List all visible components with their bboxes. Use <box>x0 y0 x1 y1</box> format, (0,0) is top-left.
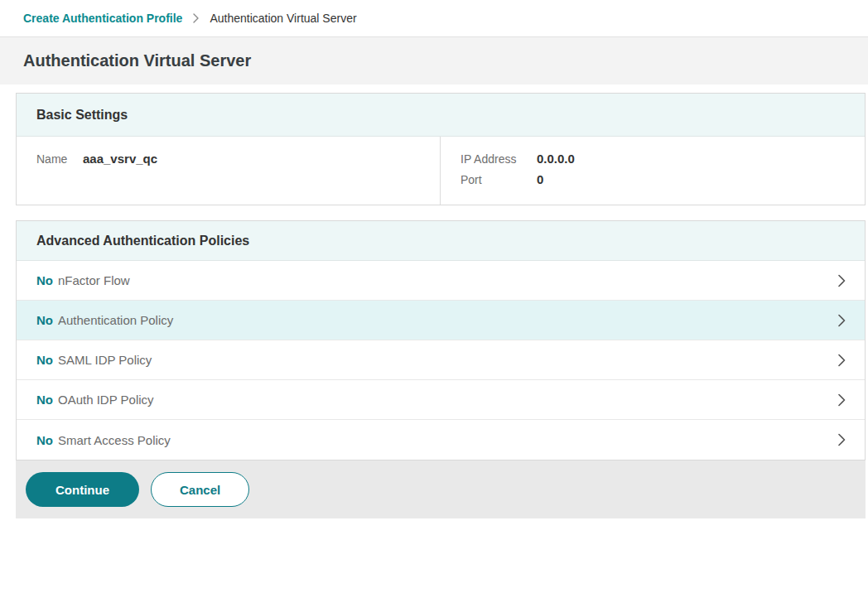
chevron-right-icon <box>837 352 846 369</box>
field-port: Port 0 <box>461 172 845 186</box>
field-ip-address-value: 0.0.0.0 <box>537 152 575 166</box>
chevron-right-icon <box>837 431 846 448</box>
advanced-authentication-policies-card: Advanced Authentication Policies No nFac… <box>16 220 866 460</box>
footer-action-bar: Continue Cancel <box>16 460 866 518</box>
page-title-bar: Authentication Virtual Server <box>0 37 868 84</box>
policy-count: No <box>36 433 53 447</box>
policy-count: No <box>36 353 53 367</box>
cancel-button[interactable]: Cancel <box>151 472 249 507</box>
chevron-right-icon <box>837 312 846 329</box>
field-name: Name aaa_vsrv_qc <box>36 152 420 166</box>
policy-count: No <box>36 273 53 287</box>
breadcrumb-separator-chevron-icon <box>192 12 200 24</box>
field-port-value: 0 <box>537 172 543 186</box>
policy-row-nfactor-flow[interactable]: No nFactor Flow <box>17 261 865 301</box>
main-content: Basic Settings Name aaa_vsrv_qc IP Addre… <box>0 84 868 518</box>
breadcrumb: Create Authentication Profile Authentica… <box>0 0 868 37</box>
chevron-right-icon <box>837 272 846 289</box>
continue-button[interactable]: Continue <box>26 472 139 507</box>
basic-settings-card: Basic Settings Name aaa_vsrv_qc IP Addre… <box>16 93 866 205</box>
policy-row-saml-idp-policy[interactable]: No SAML IDP Policy <box>17 340 865 380</box>
breadcrumb-current: Authentication Virtual Server <box>210 12 356 25</box>
basic-settings-body: Name aaa_vsrv_qc IP Address 0.0.0.0 Port… <box>17 137 865 205</box>
policy-label: nFactor Flow <box>58 273 130 287</box>
policy-row-oauth-idp-policy[interactable]: No OAuth IDP Policy <box>17 380 865 420</box>
page-title: Authentication Virtual Server <box>23 51 251 70</box>
policy-count: No <box>36 393 53 407</box>
chevron-right-icon <box>837 392 846 408</box>
field-name-value: aaa_vsrv_qc <box>83 152 157 166</box>
policy-label: OAuth IDP Policy <box>58 393 154 407</box>
field-port-label: Port <box>461 173 537 186</box>
advanced-policies-header: Advanced Authentication Policies <box>17 221 865 261</box>
basic-settings-left-column: Name aaa_vsrv_qc <box>17 137 441 205</box>
field-ip-address-label: IP Address <box>461 152 537 166</box>
basic-settings-right-column: IP Address 0.0.0.0 Port 0 <box>441 137 865 205</box>
advanced-policies-title: Advanced Authentication Policies <box>36 234 249 248</box>
policy-label: Smart Access Policy <box>58 433 171 447</box>
basic-settings-header: Basic Settings <box>17 94 865 137</box>
policy-row-authentication-policy[interactable]: No Authentication Policy <box>17 301 865 340</box>
basic-settings-title: Basic Settings <box>36 108 128 123</box>
policy-count: No <box>36 313 53 327</box>
policy-label: Authentication Policy <box>58 313 173 327</box>
breadcrumb-link-create-authentication-profile[interactable]: Create Authentication Profile <box>23 12 182 25</box>
policy-label: SAML IDP Policy <box>58 353 152 367</box>
field-name-label: Name <box>36 152 83 166</box>
policy-row-smart-access-policy[interactable]: No Smart Access Policy <box>17 420 865 460</box>
field-ip-address: IP Address 0.0.0.0 <box>461 152 845 166</box>
